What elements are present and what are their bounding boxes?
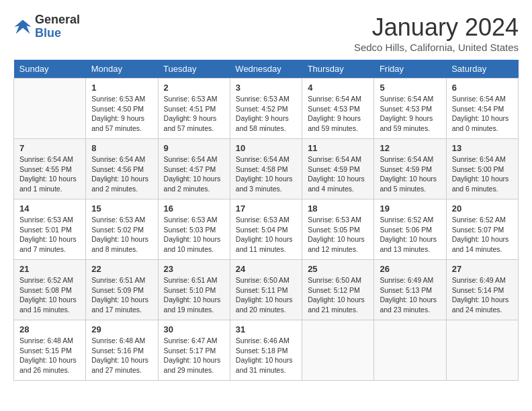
day-info: Sunrise: 6:54 AMSunset: 4:59 PMDaylight:… — [380, 154, 440, 194]
calendar-cell — [14, 79, 86, 139]
day-info: Sunrise: 6:53 AMSunset: 5:01 PMDaylight:… — [19, 215, 80, 255]
day-info: Sunrise: 6:50 AMSunset: 5:12 PMDaylight:… — [308, 275, 368, 315]
day-number: 8 — [91, 143, 152, 153]
day-info: Sunrise: 6:47 AMSunset: 5:17 PMDaylight:… — [164, 336, 224, 375]
calendar-cell: 13Sunrise: 6:54 AMSunset: 5:00 PMDayligh… — [446, 139, 518, 199]
day-number: 23 — [164, 264, 224, 274]
day-number: 5 — [380, 83, 440, 93]
calendar-cell: 30Sunrise: 6:47 AMSunset: 5:17 PMDayligh… — [158, 320, 230, 381]
day-info: Sunrise: 6:46 AMSunset: 5:18 PMDaylight:… — [236, 336, 296, 375]
day-number: 15 — [91, 203, 152, 214]
calendar-cell: 22Sunrise: 6:51 AMSunset: 5:09 PMDayligh… — [86, 260, 158, 320]
calendar-cell: 2Sunrise: 6:53 AMSunset: 4:51 PMDaylight… — [158, 79, 230, 139]
calendar-cell: 27Sunrise: 6:49 AMSunset: 5:14 PMDayligh… — [446, 260, 518, 320]
logo-bird-icon — [13, 17, 32, 36]
day-info: Sunrise: 6:54 AMSunset: 4:57 PMDaylight:… — [164, 154, 224, 194]
day-number: 20 — [452, 203, 513, 214]
day-info: Sunrise: 6:52 AMSunset: 5:07 PMDaylight:… — [452, 215, 513, 255]
calendar-cell: 15Sunrise: 6:53 AMSunset: 5:02 PMDayligh… — [86, 199, 158, 260]
calendar-cell: 3Sunrise: 6:53 AMSunset: 4:52 PMDaylight… — [230, 79, 302, 139]
day-number: 21 — [19, 264, 80, 274]
calendar-header-saturday: Saturday — [446, 60, 518, 79]
day-number: 27 — [452, 264, 513, 274]
calendar-header-monday: Monday — [86, 60, 158, 79]
calendar-cell: 23Sunrise: 6:51 AMSunset: 5:10 PMDayligh… — [158, 260, 230, 320]
page-header: General Blue January 2024 Sedco Hills, C… — [13, 13, 519, 53]
calendar-body: 1Sunrise: 6:53 AMSunset: 4:50 PMDaylight… — [14, 79, 519, 381]
day-info: Sunrise: 6:48 AMSunset: 5:15 PMDaylight:… — [19, 336, 80, 375]
calendar-cell: 8Sunrise: 6:54 AMSunset: 4:56 PMDaylight… — [86, 139, 158, 199]
calendar-header-tuesday: Tuesday — [158, 60, 230, 79]
day-info: Sunrise: 6:54 AMSunset: 4:56 PMDaylight:… — [91, 154, 152, 194]
calendar-cell: 19Sunrise: 6:52 AMSunset: 5:06 PMDayligh… — [374, 199, 446, 260]
calendar-week-row: 28Sunrise: 6:48 AMSunset: 5:15 PMDayligh… — [14, 320, 519, 381]
calendar-cell: 6Sunrise: 6:54 AMSunset: 4:54 PMDaylight… — [446, 79, 518, 139]
day-info: Sunrise: 6:54 AMSunset: 4:59 PMDaylight:… — [308, 154, 368, 194]
day-number: 6 — [452, 83, 513, 93]
day-info: Sunrise: 6:53 AMSunset: 5:02 PMDaylight:… — [91, 215, 152, 255]
logo: General Blue — [13, 13, 80, 40]
calendar-cell — [374, 320, 446, 381]
calendar-cell: 25Sunrise: 6:50 AMSunset: 5:12 PMDayligh… — [302, 260, 374, 320]
day-info: Sunrise: 6:54 AMSunset: 4:54 PMDaylight:… — [452, 94, 513, 134]
day-info: Sunrise: 6:52 AMSunset: 5:06 PMDaylight:… — [380, 215, 440, 255]
calendar-cell: 16Sunrise: 6:53 AMSunset: 5:03 PMDayligh… — [158, 199, 230, 260]
month-title: January 2024 — [354, 13, 519, 42]
day-info: Sunrise: 6:54 AMSunset: 4:53 PMDaylight:… — [308, 94, 368, 134]
calendar-header-wednesday: Wednesday — [230, 60, 302, 79]
day-info: Sunrise: 6:53 AMSunset: 4:52 PMDaylight:… — [236, 94, 296, 134]
day-number: 29 — [91, 324, 152, 334]
calendar-cell: 9Sunrise: 6:54 AMSunset: 4:57 PMDaylight… — [158, 139, 230, 199]
day-number: 31 — [236, 324, 296, 334]
calendar-week-row: 14Sunrise: 6:53 AMSunset: 5:01 PMDayligh… — [14, 199, 519, 260]
day-number: 17 — [236, 203, 296, 214]
day-number: 1 — [91, 83, 152, 93]
day-number: 26 — [380, 264, 440, 274]
location-title: Sedco Hills, California, United States — [354, 42, 519, 53]
day-info: Sunrise: 6:53 AMSunset: 5:05 PMDaylight:… — [308, 215, 368, 255]
day-number: 4 — [308, 83, 368, 93]
calendar-header-sunday: Sunday — [14, 60, 86, 79]
calendar-header-friday: Friday — [374, 60, 446, 79]
day-number: 2 — [164, 83, 224, 93]
logo-text-general: General — [35, 13, 80, 27]
day-number: 18 — [308, 203, 368, 214]
day-number: 16 — [164, 203, 224, 214]
day-info: Sunrise: 6:54 AMSunset: 4:58 PMDaylight:… — [236, 154, 296, 194]
day-number: 13 — [452, 143, 513, 153]
logo-text-blue: Blue — [35, 27, 80, 40]
calendar-cell: 26Sunrise: 6:49 AMSunset: 5:13 PMDayligh… — [374, 260, 446, 320]
calendar-week-row: 21Sunrise: 6:52 AMSunset: 5:08 PMDayligh… — [14, 260, 519, 320]
calendar-cell: 10Sunrise: 6:54 AMSunset: 4:58 PMDayligh… — [230, 139, 302, 199]
calendar-cell: 12Sunrise: 6:54 AMSunset: 4:59 PMDayligh… — [374, 139, 446, 199]
day-number: 12 — [380, 143, 440, 153]
calendar-week-row: 7Sunrise: 6:54 AMSunset: 4:55 PMDaylight… — [14, 139, 519, 199]
calendar-header-thursday: Thursday — [302, 60, 374, 79]
day-info: Sunrise: 6:48 AMSunset: 5:16 PMDaylight:… — [91, 336, 152, 375]
day-info: Sunrise: 6:54 AMSunset: 5:00 PMDaylight:… — [452, 154, 513, 194]
day-number: 14 — [19, 203, 80, 214]
day-info: Sunrise: 6:51 AMSunset: 5:09 PMDaylight:… — [91, 275, 152, 315]
day-info: Sunrise: 6:53 AMSunset: 5:03 PMDaylight:… — [164, 215, 224, 255]
calendar-cell: 14Sunrise: 6:53 AMSunset: 5:01 PMDayligh… — [14, 199, 86, 260]
calendar-cell — [302, 320, 374, 381]
day-number: 19 — [380, 203, 440, 214]
calendar-cell: 21Sunrise: 6:52 AMSunset: 5:08 PMDayligh… — [14, 260, 86, 320]
day-number: 25 — [308, 264, 368, 274]
calendar-cell: 24Sunrise: 6:50 AMSunset: 5:11 PMDayligh… — [230, 260, 302, 320]
calendar-cell — [446, 320, 518, 381]
day-number: 10 — [236, 143, 296, 153]
calendar-cell: 29Sunrise: 6:48 AMSunset: 5:16 PMDayligh… — [86, 320, 158, 381]
calendar-table: SundayMondayTuesdayWednesdayThursdayFrid… — [13, 60, 519, 381]
day-number: 28 — [19, 324, 80, 334]
calendar-cell: 5Sunrise: 6:54 AMSunset: 4:53 PMDaylight… — [374, 79, 446, 139]
title-block: January 2024 Sedco Hills, California, Un… — [354, 13, 519, 53]
calendar-cell: 7Sunrise: 6:54 AMSunset: 4:55 PMDaylight… — [14, 139, 86, 199]
calendar-cell: 28Sunrise: 6:48 AMSunset: 5:15 PMDayligh… — [14, 320, 86, 381]
day-info: Sunrise: 6:54 AMSunset: 4:53 PMDaylight:… — [380, 94, 440, 134]
calendar-header-row: SundayMondayTuesdayWednesdayThursdayFrid… — [14, 60, 519, 79]
calendar-cell: 18Sunrise: 6:53 AMSunset: 5:05 PMDayligh… — [302, 199, 374, 260]
calendar-cell: 1Sunrise: 6:53 AMSunset: 4:50 PMDaylight… — [86, 79, 158, 139]
day-number: 24 — [236, 264, 296, 274]
day-info: Sunrise: 6:52 AMSunset: 5:08 PMDaylight:… — [19, 275, 80, 315]
